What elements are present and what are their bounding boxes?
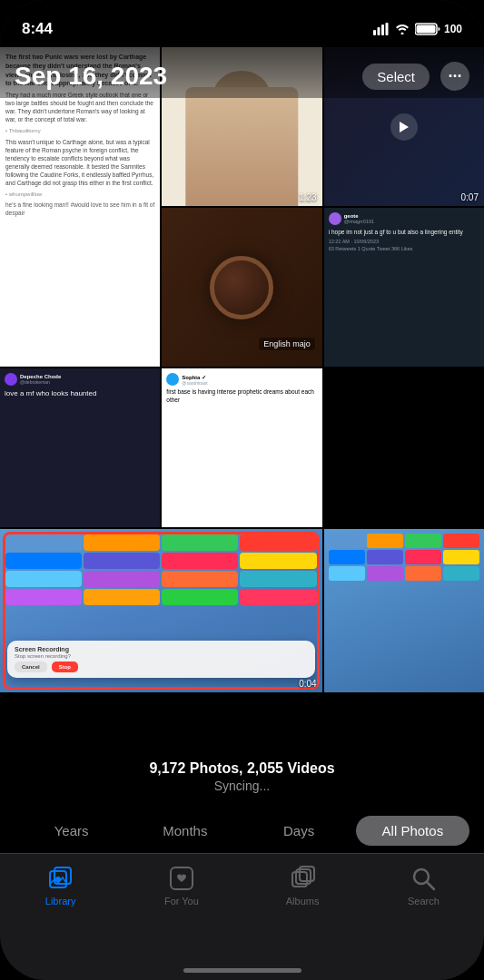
search-tab-label: Search <box>408 896 440 906</box>
ios-homescreen-wide: Screen Recording Stop screen recording? … <box>0 529 322 692</box>
dynamic-island <box>188 11 297 42</box>
tab-item-foryou[interactable]: For You <box>121 865 242 906</box>
grid-cell-tweet3[interactable]: Sophia ✓ @sarahtoast first base is havin… <box>162 368 321 527</box>
app-icon <box>405 534 441 548</box>
tab-item-library[interactable]: Library <box>0 865 121 906</box>
svg-rect-5 <box>416 25 435 34</box>
tab-bar: Library For You <box>0 853 484 980</box>
app-icon <box>84 571 160 587</box>
tweet-content-1: geote @imagrr0191 i hope im not just a g… <box>324 208 484 367</box>
app-icon <box>84 553 160 569</box>
person-body <box>186 87 298 206</box>
tweet-avatar-2 <box>5 373 17 386</box>
video-duration-wide: 0:04 <box>299 679 316 689</box>
grid-cell-coffee[interactable]: English majo <box>162 208 321 367</box>
app-icon <box>367 566 403 581</box>
app-icon <box>443 566 479 581</box>
library-tab-label: Library <box>45 896 76 906</box>
select-button[interactable]: Select <box>362 64 430 90</box>
signal-icon <box>373 23 390 35</box>
status-icons: 100 <box>373 23 462 35</box>
status-time: 8:44 <box>22 20 53 38</box>
video-duration-1: 1:23 <box>299 192 316 202</box>
filter-tabs: Years Months Days All Photos <box>0 816 484 846</box>
filter-tab-years[interactable]: Years <box>15 816 128 846</box>
search-svg-icon <box>410 866 436 891</box>
svg-rect-3 <box>385 23 388 35</box>
stop-recording-button[interactable]: Stop <box>52 662 78 672</box>
coffee-cup <box>210 256 273 319</box>
photo-count: 9,172 Photos, 2,055 Videos <box>0 760 484 777</box>
coffee-label: English majo <box>259 338 315 350</box>
albums-tab-label: Albums <box>286 896 320 906</box>
app-icon <box>329 566 365 581</box>
screen-recording-popup: Screen Recording Stop screen recording? … <box>7 641 315 678</box>
header-date: Sep 16, 2023 <box>15 62 167 91</box>
tweet-user-3: Sophia ✓ @sarahtoast <box>182 374 207 386</box>
app-icon <box>443 550 479 564</box>
tweet-avatar-3 <box>166 373 179 386</box>
app-icon <box>329 534 365 548</box>
play-icon <box>399 121 410 133</box>
app-icon <box>5 534 82 551</box>
wifi-icon <box>395 24 410 34</box>
app-icon <box>240 553 316 569</box>
bottom-info: 9,172 Photos, 2,055 Videos Syncing... <box>0 750 484 799</box>
app-icon <box>5 589 82 605</box>
recording-title: Screen Recording <box>15 646 308 652</box>
app-icon <box>84 589 160 605</box>
tweet-header-1: geote @imagrr0191 <box>329 212 479 225</box>
sync-status: Syncing... <box>0 779 484 793</box>
albums-svg-icon <box>290 866 315 891</box>
search-icon <box>410 865 437 892</box>
app-icon <box>240 534 316 551</box>
filter-tab-allphotos[interactable]: All Photos <box>356 816 469 846</box>
app-icon <box>405 550 441 564</box>
foryou-tab-label: For You <box>164 896 199 906</box>
play-button-icon <box>390 113 418 141</box>
grid-cell-ios-right[interactable] <box>324 529 484 692</box>
tweet-content-3: Sophia ✓ @sarahtoast first base is havin… <box>162 368 321 527</box>
coffee-image: English majo <box>162 208 321 367</box>
app-icon <box>162 553 238 569</box>
tweet-content-2: Depeche Chode @debrokeman love a mf who … <box>0 368 160 527</box>
app-icon <box>5 553 82 569</box>
library-svg-icon <box>48 866 74 891</box>
video-duration-2: 0:07 <box>461 192 479 202</box>
header-actions: Select ··· <box>362 62 469 91</box>
app-icon <box>443 534 479 548</box>
photo-library-icon <box>47 865 74 892</box>
tweet-user-2: Depeche Chode @debrokeman <box>20 374 61 385</box>
tweet-header-2: Depeche Chode @debrokeman <box>5 373 155 386</box>
photo-header: Sep 16, 2023 Select ··· <box>0 47 484 98</box>
phone-frame: 8:44 100 <box>0 0 484 980</box>
main-content: Sep 16, 2023 Select ··· The first two Pu… <box>0 47 484 980</box>
grid-cell-ios-wide[interactable]: Screen Recording Stop screen recording? … <box>0 529 322 692</box>
app-icon <box>5 571 82 587</box>
foryou-svg-icon <box>169 866 194 891</box>
heart-circle-icon <box>168 865 195 892</box>
ios-homescreen-right <box>324 529 484 692</box>
app-icon <box>240 589 316 605</box>
battery-icon: 100 <box>415 23 462 35</box>
grid-cell-tweet2[interactable]: Depeche Chode @debrokeman love a mf who … <box>0 368 160 527</box>
grid-cell-tweet1[interactable]: geote @imagrr0191 i hope im not just a g… <box>324 208 484 367</box>
svg-rect-1 <box>377 27 380 35</box>
cancel-recording-button[interactable]: Cancel <box>15 662 47 672</box>
album-icon <box>289 865 316 892</box>
app-icon <box>84 534 160 551</box>
app-icon <box>162 534 238 551</box>
filter-tab-days[interactable]: Days <box>242 816 356 846</box>
app-icon <box>367 534 403 548</box>
tab-item-search[interactable]: Search <box>363 865 484 906</box>
app-icon <box>240 571 316 587</box>
app-icon <box>162 589 238 605</box>
home-indicator <box>183 968 301 973</box>
more-button[interactable]: ··· <box>440 62 469 91</box>
app-icon <box>162 571 238 587</box>
photo-grid: The first two Punic wars were lost by Ca… <box>0 47 484 701</box>
filter-tab-months[interactable]: Months <box>128 816 242 846</box>
tweet-avatar-1 <box>329 212 341 225</box>
recording-subtitle: Stop screen recording? <box>15 653 308 659</box>
tab-item-albums[interactable]: Albums <box>242 865 363 906</box>
